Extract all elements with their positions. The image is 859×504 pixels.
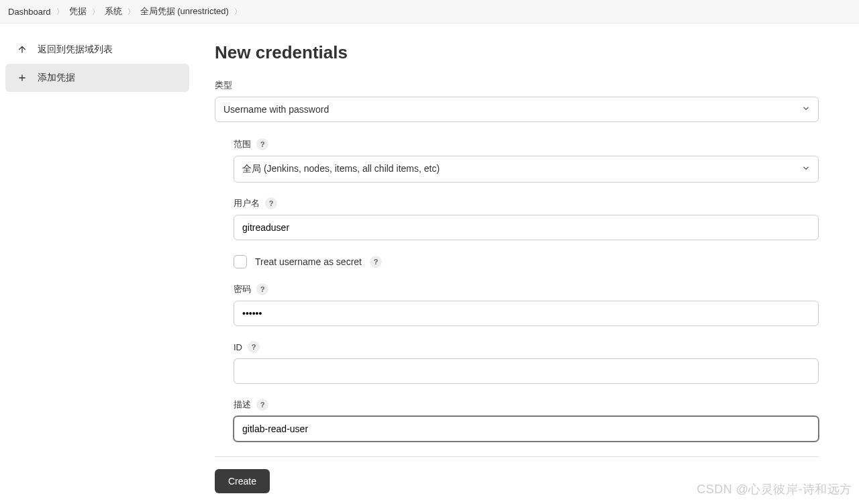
create-button[interactable]: Create [215,469,270,493]
breadcrumb: Dashboard 〉 凭据 〉 系统 〉 全局凭据 (unrestricted… [0,0,859,23]
scope-select[interactable]: 全局 (Jenkins, nodes, items, all child ite… [234,156,819,183]
page-title: New credentials [215,42,819,63]
help-icon[interactable]: ? [370,256,382,268]
sidebar-item-label: 返回到凭据域列表 [38,44,113,56]
breadcrumb-credentials[interactable]: 凭据 [69,5,87,17]
username-input[interactable] [234,215,819,240]
username-label: 用户名 [234,197,260,209]
breadcrumb-system[interactable]: 系统 [105,5,122,17]
help-icon[interactable]: ? [256,283,268,295]
scope-label: 范围 [234,138,251,150]
id-input[interactable] [234,358,819,384]
sidebar-item-label: 添加凭据 [38,72,75,84]
main-content: New credentials 类型 Username with passwor… [195,23,839,504]
chevron-right-icon: 〉 [92,7,99,17]
help-icon[interactable]: ? [256,399,268,411]
sidebar: 返回到凭据域列表 添加凭据 [0,23,195,504]
chevron-right-icon: 〉 [56,7,64,17]
treat-secret-checkbox[interactable] [234,255,247,268]
arrow-up-icon [16,44,28,56]
breadcrumb-dashboard[interactable]: Dashboard [8,7,51,17]
type-label: 类型 [215,79,819,91]
sidebar-item-add-credentials[interactable]: 添加凭据 [5,64,189,92]
description-label: 描述 [234,399,251,411]
help-icon[interactable]: ? [248,341,260,353]
description-input[interactable] [234,416,819,442]
password-label: 密码 [234,283,251,295]
help-icon[interactable]: ? [256,138,268,150]
treat-secret-label: Treat username as secret [255,256,362,267]
chevron-right-icon: 〉 [128,7,135,17]
sidebar-item-back[interactable]: 返回到凭据域列表 [5,36,189,64]
help-icon[interactable]: ? [265,197,277,209]
type-select[interactable]: Username with password [215,97,819,122]
password-input[interactable] [234,301,819,326]
chevron-right-icon: 〉 [234,7,242,17]
id-label: ID [234,342,242,352]
breadcrumb-global[interactable]: 全局凭据 (unrestricted) [140,5,229,17]
plus-icon [16,72,28,84]
